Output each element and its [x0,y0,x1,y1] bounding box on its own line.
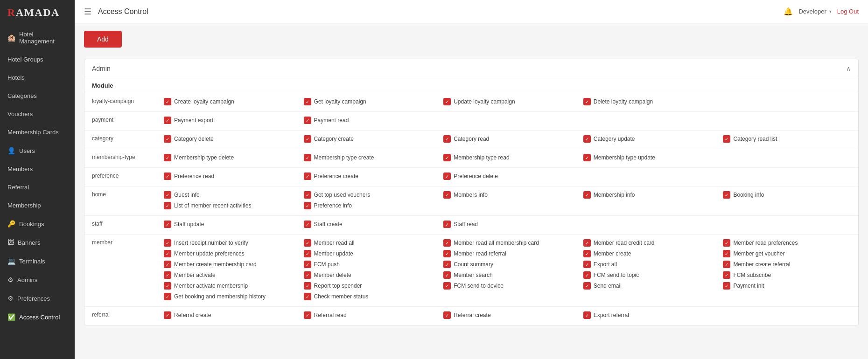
check-icon [304,271,311,279]
sidebar-item-vouchers[interactable]: Vouchers [0,105,75,123]
permission-item: Member read referral [443,249,574,258]
permissions-columns: Membership type deleteMembership type cr… [159,149,858,167]
permission-label: Member read all [314,240,355,246]
permission-column: Member read credit cardMember createExpo… [579,235,719,306]
permission-item: Membership type create [304,153,434,162]
permission-item: Membership info [583,190,714,200]
permission-item: Member read credit card [583,238,714,248]
sidebar-item-membership-cards[interactable]: Membership Cards [0,123,75,141]
module-name-cell: member [84,235,159,249]
check-icon [723,250,730,257]
permission-item: Member create membership card [164,260,294,269]
sidebar-item-hotel-groups[interactable]: Hotel Groups [0,50,75,69]
sidebar-item-terminals[interactable]: 💻 Terminals [0,252,75,270]
permission-item: FCM send to topic [583,270,714,280]
permission-label: Export referral [594,312,629,318]
permission-label: Member activate [174,272,216,278]
check-icon [583,98,591,105]
permission-column: Booking info [718,186,858,215]
permission-item: Count summary [443,260,574,269]
page-title: Access Control [98,7,148,16]
permission-item: FCM subscribe [723,270,854,280]
sidebar-item-referral[interactable]: Referral [0,178,75,196]
check-icon [164,250,171,257]
module-name-cell: membership-type [84,149,159,164]
permission-label: FCM subscribe [733,272,771,278]
sidebar-item-preferences[interactable]: ⚙ Preferences [0,289,75,308]
check-icon [164,98,171,105]
permission-column: Export referral [579,307,719,325]
permission-item: Category read [443,134,574,144]
permission-column: Payment read [299,112,439,130]
table-row: loyalty-campaignCreate loyalty campaignG… [84,93,858,112]
permission-label: Create loyalty campaign [174,98,234,105]
check-icon [583,311,591,319]
permission-label: Get booking and membership history [174,293,266,300]
permission-item: Member create referral [723,260,854,269]
permission-column: Category create [299,131,439,149]
permission-label: Member read preferences [733,240,798,246]
permission-column: Category delete [159,131,299,149]
check-icon [304,117,311,124]
permission-item: Create loyalty campaign [164,97,294,106]
permission-item: Member create [583,249,714,258]
sidebar-item-hotels[interactable]: Hotels [0,69,75,87]
permission-label: Member read all membership card [454,240,539,246]
permission-item: Category update [583,134,714,144]
permission-label: Preference create [314,173,358,180]
hamburger-icon[interactable]: ☰ [84,7,91,17]
permission-column: Category read [439,131,579,149]
sidebar-item-bookings[interactable]: 🔑 Bookings [0,214,75,233]
permission-label: FCM send to device [454,283,504,289]
sidebar-item-categories[interactable]: Categories [0,87,75,105]
sidebar-item-access-control[interactable]: ✅ Access Control [0,308,75,326]
sidebar-item-banners[interactable]: 🖼 Banners [0,233,75,252]
check-icon [164,221,171,228]
permission-column [439,112,579,130]
check-icon [443,173,451,180]
permission-item: Staff update [164,220,294,229]
permission-column: Referral create [439,307,579,325]
check-icon [723,191,730,199]
permission-column: Create loyalty campaign [159,93,299,111]
table-row: referralReferral createReferral readRefe… [84,307,858,325]
permission-item: Preference delete [443,172,574,181]
permission-label: Booking info [733,192,764,198]
logout-button[interactable]: Log Out [837,8,859,15]
permission-label: Delete loyalty campaign [594,98,653,105]
check-icon [164,202,171,209]
check-icon [443,191,451,199]
check-icon [723,282,730,290]
main-content: ☰ Access Control 🔔 Developer ▾ Log Out A… [75,0,868,359]
collapse-icon[interactable]: ∧ [846,65,851,72]
permission-item: Staff read [443,220,574,229]
permission-item: Preference read [164,172,294,181]
check-icon [583,135,591,143]
permission-label: Category read list [733,136,777,142]
permission-column [718,216,858,234]
permission-item: Staff create [304,220,434,229]
logo: RAMADA [0,0,75,25]
add-button[interactable]: Add [84,31,122,48]
permission-column: Member read preferencesMember get vouche… [718,235,858,306]
permission-column: Insert receipt number to verifyMember up… [159,235,299,306]
permission-column [718,307,858,325]
sidebar-item-admins[interactable]: ⚙ Admins [0,270,75,289]
permission-column: Member read all membership cardMember re… [439,235,579,306]
permission-label: Category read [454,136,489,142]
permission-label: Payment init [733,283,764,289]
sidebar-item-members[interactable]: Members [0,160,75,178]
permission-item: Preference info [304,201,434,210]
permission-item: Booking info [723,190,854,200]
bell-icon[interactable]: 🔔 [784,7,793,16]
permission-column: Delete loyalty campaign [579,93,719,111]
sidebar-item-membership[interactable]: Membership [0,196,75,214]
user-menu[interactable]: Developer ▾ [798,8,831,15]
sidebar-item-users[interactable]: 👤 Users [0,141,75,160]
permissions-columns: Guest infoList of member recent activiti… [159,186,858,215]
check-icon [304,282,311,290]
check-icon [443,154,451,161]
sidebar-item-hotel-management[interactable]: 🏨 Hotel Management [0,25,75,50]
permission-item: Category create [304,134,434,144]
permission-label: Preference read [174,173,214,180]
